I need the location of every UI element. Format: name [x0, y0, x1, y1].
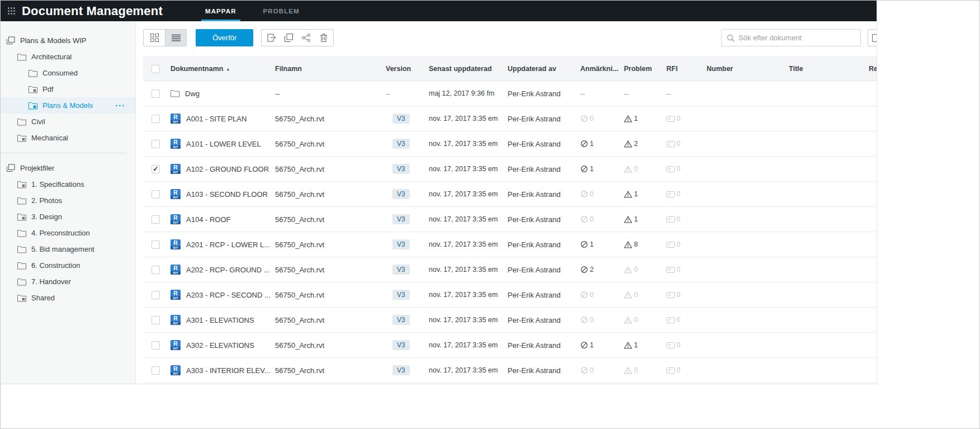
- column-header[interactable]: Version: [384, 57, 427, 81]
- column-header[interactable]: Anmärkni...: [578, 57, 622, 81]
- issue-count[interactable]: 1: [624, 215, 638, 223]
- table-row[interactable]: RRVTA001 - SITE PLAN56750_Arch.rvtV3nov.…: [143, 106, 877, 131]
- document-name[interactable]: A301 - ELEVATIONS: [186, 316, 254, 324]
- version-badge[interactable]: V3: [392, 315, 410, 325]
- export-button[interactable]: [263, 30, 280, 46]
- column-header[interactable]: Number: [704, 57, 787, 81]
- document-name[interactable]: A103 - SECOND FLOOR: [186, 190, 268, 199]
- rfi-count[interactable]: 0: [666, 140, 680, 148]
- document-name[interactable]: A102 - GROUND FLOOR: [186, 165, 269, 173]
- sidebar-item[interactable]: Projektfiler: [1, 160, 135, 176]
- sidebar-item[interactable]: 3. Design: [1, 209, 135, 225]
- version-badge[interactable]: V3: [392, 340, 410, 350]
- rfi-count[interactable]: 0: [666, 291, 680, 299]
- panel-toggle-button[interactable]: [868, 29, 877, 46]
- sidebar-item[interactable]: 4. Preconstruction: [1, 225, 135, 241]
- sidebar-item[interactable]: 2. Photos: [1, 192, 135, 209]
- item-menu-button[interactable]: ···: [115, 103, 125, 109]
- search-input[interactable]: [738, 34, 855, 42]
- issue-count[interactable]: 1: [624, 115, 638, 122]
- markup-count[interactable]: 0: [580, 366, 594, 374]
- column-header[interactable]: RFI: [664, 57, 704, 81]
- sidebar-item[interactable]: Architectural: [1, 49, 135, 65]
- column-header[interactable]: Problem: [622, 57, 664, 81]
- markup-count[interactable]: 0: [580, 190, 594, 198]
- column-header[interactable]: Re: [867, 57, 877, 81]
- table-row[interactable]: RRVTA202 - RCP- GROUND ...56750_Arch.rvt…: [143, 257, 877, 282]
- table-row[interactable]: RRVTA301 - ELEVATIONS56750_Arch.rvtV3nov…: [143, 308, 877, 333]
- markup-count[interactable]: 0: [580, 316, 594, 324]
- markup-count[interactable]: 1: [580, 140, 594, 148]
- table-row[interactable]: RRVTA201 - RCP - LOWER L...56750_Arch.rv…: [143, 232, 877, 257]
- sidebar-item[interactable]: Pdf: [1, 81, 135, 97]
- row-checkbox[interactable]: [152, 190, 160, 199]
- table-row[interactable]: RRVTA103 - SECOND FLOOR56750_Arch.rvtV3n…: [143, 182, 877, 207]
- issue-count[interactable]: 1: [624, 190, 638, 198]
- row-checkbox[interactable]: [152, 241, 160, 249]
- rfi-count[interactable]: 0: [666, 190, 680, 198]
- table-row[interactable]: RRVTA203 - RCP - SECOND ...56750_Arch.rv…: [143, 282, 877, 308]
- select-all-checkbox[interactable]: [152, 65, 160, 73]
- rfi-count[interactable]: 0: [666, 341, 680, 349]
- row-checkbox[interactable]: [152, 215, 160, 224]
- rfi-count[interactable]: 0: [666, 316, 680, 324]
- table-row[interactable]: RRVTA104 - ROOF56750_Arch.rvtV3nov. 17, …: [143, 207, 877, 232]
- sidebar-item[interactable]: Plans & Models WIP: [1, 32, 135, 49]
- issue-count[interactable]: 0: [624, 366, 638, 374]
- rfi-count[interactable]: 0: [666, 366, 680, 374]
- row-checkbox[interactable]: [152, 341, 160, 350]
- issue-count[interactable]: 0: [624, 266, 638, 274]
- version-badge[interactable]: V3: [392, 239, 410, 249]
- delete-button[interactable]: [315, 30, 332, 46]
- table-row[interactable]: RRVTA302 - ELEVATIONS56750_Arch.rvtV3nov…: [143, 333, 877, 358]
- column-header[interactable]: Filnamn: [273, 57, 384, 81]
- issue-count[interactable]: 0: [624, 291, 638, 299]
- sidebar-item[interactable]: Mechanical: [1, 130, 135, 146]
- markup-count[interactable]: 1: [580, 241, 594, 248]
- markup-count[interactable]: 0: [580, 291, 594, 299]
- version-badge[interactable]: V3: [392, 114, 410, 124]
- rfi-count[interactable]: 0: [666, 241, 680, 248]
- rfi-count[interactable]: 0: [666, 215, 680, 223]
- sidebar-item[interactable]: Consumed: [1, 65, 135, 81]
- issue-count[interactable]: 0: [624, 165, 638, 173]
- document-name[interactable]: A203 - RCP - SECOND ...: [186, 291, 271, 299]
- markup-count[interactable]: 1: [580, 341, 594, 349]
- column-header[interactable]: Senast uppdaterad: [427, 57, 505, 81]
- upload-button[interactable]: Överför: [196, 29, 253, 46]
- sidebar-item[interactable]: 6. Construction: [1, 257, 135, 274]
- table-row[interactable]: RRVTA101 - LOWER LEVEL56750_Arch.rvtV3no…: [143, 131, 877, 157]
- sidebar-item[interactable]: 1. Specifications: [1, 176, 135, 192]
- document-name[interactable]: A104 - ROOF: [186, 215, 230, 224]
- document-name[interactable]: A101 - LOWER LEVEL: [186, 140, 261, 148]
- column-header[interactable]: Title: [787, 57, 867, 81]
- column-header[interactable]: Dokumentnamn▲: [168, 57, 273, 81]
- version-badge[interactable]: V3: [392, 265, 410, 275]
- table-row[interactable]: RRVTA303 - INTERIOR ELEV...56750_Arch.rv…: [143, 358, 877, 383]
- rfi-count[interactable]: 0: [666, 165, 680, 173]
- sidebar-item[interactable]: 7. Handover: [1, 274, 135, 290]
- markup-count[interactable]: 1: [580, 165, 594, 173]
- sidebar-item[interactable]: 5. Bid management: [1, 241, 135, 257]
- list-view-button[interactable]: [165, 30, 186, 46]
- table-row[interactable]: RRVTA102 - GROUND FLOOR56750_Arch.rvtV3n…: [143, 157, 877, 182]
- copy-button[interactable]: [280, 30, 297, 46]
- version-badge[interactable]: V3: [392, 214, 410, 224]
- markup-count[interactable]: 0: [580, 215, 594, 223]
- issue-count[interactable]: 2: [624, 140, 638, 148]
- issue-count[interactable]: 8: [624, 241, 638, 248]
- column-header[interactable]: Uppdaterad av: [505, 57, 578, 81]
- markup-count[interactable]: 0: [580, 115, 594, 122]
- rfi-count[interactable]: 0: [666, 115, 680, 122]
- document-name[interactable]: A201 - RCP - LOWER L...: [186, 241, 270, 249]
- document-name[interactable]: A001 - SITE PLAN: [186, 115, 247, 123]
- markup-count[interactable]: 2: [580, 266, 594, 274]
- issue-count[interactable]: 0: [624, 316, 638, 324]
- version-badge[interactable]: V3: [392, 139, 410, 149]
- version-badge[interactable]: V3: [392, 365, 410, 375]
- grid-view-button[interactable]: [144, 30, 165, 46]
- share-button[interactable]: [297, 30, 315, 46]
- sidebar-item[interactable]: Plans & Models···: [1, 97, 135, 114]
- version-badge[interactable]: V3: [392, 290, 410, 300]
- version-badge[interactable]: V3: [392, 164, 410, 174]
